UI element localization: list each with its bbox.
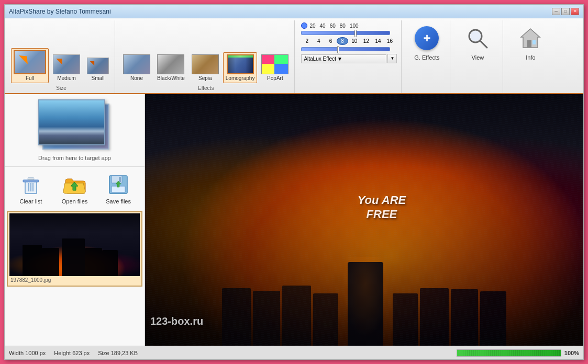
- open-files-label: Open files: [62, 198, 88, 204]
- size-full-label: Full: [26, 75, 34, 81]
- effects-group-label: Effects: [198, 83, 214, 91]
- anime-scene-thumb: [9, 213, 140, 276]
- size-group-label: Size: [56, 83, 66, 91]
- drag-text: Drag from here to target app: [38, 155, 111, 161]
- altalux-val-12[interactable]: 12: [361, 37, 372, 45]
- file-item[interactable]: 197882_1000.jpg: [7, 211, 142, 287]
- drag-preview-front: [38, 99, 105, 145]
- altalux-val-14[interactable]: 14: [372, 37, 384, 45]
- effect-popart-button[interactable]: PopArt: [259, 52, 291, 83]
- window-title: AltaPixShare by Stefano Tommesani: [9, 8, 111, 15]
- image-text-line1: You ARE: [358, 194, 406, 207]
- magnifier-icon: [465, 26, 490, 51]
- altalux-num-100: 100: [350, 23, 359, 29]
- save-files-button[interactable]: Save files: [100, 171, 137, 204]
- altalux-num-80: 80: [340, 23, 346, 29]
- close-button[interactable]: ✕: [571, 8, 579, 15]
- drag-area: Drag from here to target app: [5, 94, 145, 167]
- title-bar: AltaPixShare by Stefano Tommesani ─ □ ✕: [5, 5, 583, 18]
- effects-group: None Black/White Sepia: [117, 20, 295, 93]
- svg-rect-16: [119, 177, 121, 182]
- altalux-num-20: 20: [309, 23, 315, 29]
- effect-sepia-button[interactable]: Sepia: [189, 52, 221, 83]
- char-right-4: [480, 291, 506, 346]
- effect-lomography-label: Lomography: [226, 75, 255, 81]
- effect-popart-label: PopArt: [267, 75, 283, 81]
- window-controls: ─ □ ✕: [552, 8, 579, 15]
- size-items-row: Full Medium Small: [11, 20, 112, 83]
- char-left-3: [282, 286, 311, 346]
- house-icon: [518, 26, 543, 51]
- view-label: View: [472, 54, 484, 61]
- size-full-button[interactable]: Full: [11, 48, 49, 83]
- effects-items-row: None Black/White Sepia: [120, 20, 291, 83]
- svg-point-1: [470, 31, 481, 41]
- trash-icon: [17, 171, 45, 198]
- clear-list-button[interactable]: Clear list: [13, 171, 49, 204]
- clear-list-label: Clear list: [19, 198, 42, 204]
- g-effects-label: G. Effects: [414, 54, 439, 61]
- minimize-button[interactable]: ─: [552, 8, 560, 15]
- altalux-val-6[interactable]: 6: [325, 37, 337, 45]
- svg-line-2: [480, 41, 487, 48]
- char-right-2: [420, 288, 449, 346]
- g-effects-button[interactable]: + G. Effects: [407, 20, 447, 63]
- altalux-dropdown-extra[interactable]: ▼: [387, 54, 397, 63]
- size-small-label: Small: [91, 75, 104, 81]
- svg-rect-7: [23, 180, 39, 182]
- image-area: You ARE FREE 123-box.ru: [145, 94, 583, 346]
- char-right-3: [451, 289, 478, 346]
- ribbon: Full Medium Small Size: [5, 18, 583, 94]
- size-medium-button[interactable]: Medium: [50, 52, 83, 83]
- watermark: 123-box.ru: [150, 315, 203, 327]
- progress-bar-outer: [457, 349, 561, 357]
- open-files-button[interactable]: Open files: [56, 171, 93, 204]
- main-content: Drag from here to target app: [5, 94, 583, 346]
- altalux-val-8[interactable]: 8: [337, 37, 348, 45]
- svg-rect-9: [25, 178, 37, 179]
- altalux-val-10[interactable]: 10: [349, 37, 360, 45]
- altalux-val-16[interactable]: 16: [384, 37, 396, 45]
- effect-lomography-button[interactable]: Lomography: [223, 52, 258, 83]
- image-text-overlay: You ARE FREE: [358, 194, 406, 221]
- size-group: Full Medium Small Size: [8, 20, 115, 93]
- altalux-val-2[interactable]: 2: [301, 37, 313, 45]
- folder-icon: [61, 171, 88, 198]
- g-effects-group: + G. Effects: [404, 20, 450, 93]
- status-width: Width 1000 px: [9, 350, 46, 356]
- progress-percent: 100%: [564, 350, 579, 356]
- effect-blackwhite-label: Black/White: [157, 75, 185, 81]
- file-list: 197882_1000.jpg: [5, 209, 145, 346]
- status-size: Size 189,23 KB: [98, 350, 138, 356]
- image-text-line2: FREE: [367, 207, 397, 220]
- action-buttons: Clear list Open files: [5, 167, 145, 209]
- maximize-button[interactable]: □: [561, 8, 570, 15]
- main-character: [348, 262, 383, 346]
- drag-preview: [38, 99, 112, 152]
- status-bar: Width 1000 px Height 623 px Size 189,23 …: [5, 346, 583, 359]
- altalux-number-grid: 2 4 6 8 10 12 14 16: [301, 37, 395, 45]
- effect-sepia-label: Sepia: [198, 75, 212, 81]
- size-medium-label: Medium: [57, 75, 76, 81]
- effect-none-button[interactable]: None: [120, 52, 153, 83]
- altalux-dropdown[interactable]: AltaLux Effect ▼: [301, 54, 386, 63]
- save-files-label: Save files: [106, 198, 131, 204]
- char-left-2: [253, 291, 280, 346]
- size-small-button[interactable]: Small: [84, 55, 112, 83]
- altalux-dropdown-label: AltaLux Effect: [304, 56, 336, 62]
- view-button[interactable]: View: [456, 20, 500, 63]
- svg-rect-5: [532, 40, 536, 44]
- altalux-group: 20 40 60 80 100 2 4 6: [297, 20, 402, 93]
- main-window: AltaPixShare by Stefano Tommesani ─ □ ✕ …: [4, 4, 584, 360]
- svg-rect-4: [527, 40, 531, 48]
- info-button[interactable]: Info: [508, 20, 552, 63]
- floppy-icon: [105, 171, 132, 198]
- altalux-dropdown-arrow: ▼: [337, 56, 342, 62]
- info-label: Info: [526, 54, 535, 61]
- sidebar: Drag from here to target app: [5, 94, 145, 346]
- progress-stripes: [457, 350, 561, 356]
- altalux-num-40: 40: [320, 23, 326, 29]
- progress-bar-inner: [457, 350, 561, 356]
- effect-blackwhite-button[interactable]: Black/White: [154, 52, 187, 83]
- altalux-val-4[interactable]: 4: [313, 37, 325, 45]
